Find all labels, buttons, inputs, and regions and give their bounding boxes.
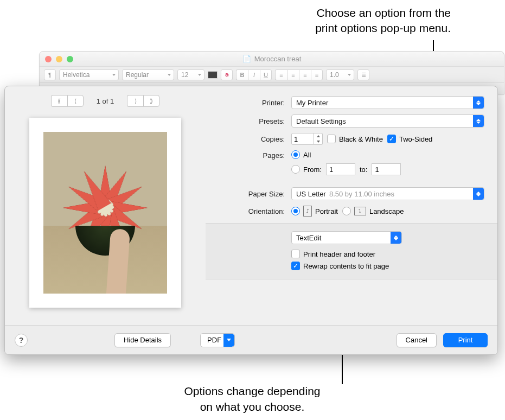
radio-icon <box>291 207 300 215</box>
dialog-footer: ? Hide Details PDF Cancel Print <box>5 325 497 354</box>
page-preview <box>29 118 181 308</box>
copies-stepper[interactable] <box>314 133 323 145</box>
print-dialog: ⟪ ⟨ 1 of 1 ⟩ ⟫ <box>4 86 498 355</box>
last-page-button[interactable]: ⟫ <box>143 95 159 107</box>
checkbox-icon <box>291 250 300 258</box>
orientation-landscape-radio[interactable]: ⤵ Landscape <box>342 207 404 215</box>
copies-label: Copies: <box>211 135 291 143</box>
help-button[interactable]: ? <box>15 334 28 347</box>
paper-size-label: Paper Size: <box>211 190 291 198</box>
radio-icon <box>291 150 300 159</box>
print-button[interactable]: Print <box>443 333 488 347</box>
pages-label: Pages: <box>211 150 291 160</box>
presets-popup[interactable]: Default Settings <box>291 114 484 128</box>
preview-photo <box>43 132 167 294</box>
checkbox-icon <box>291 262 300 270</box>
prev-page-button[interactable]: ⟨ <box>67 95 84 107</box>
two-sided-checkbox[interactable]: Two-Sided <box>387 135 432 143</box>
radio-icon <box>342 207 351 215</box>
page-indicator: 1 of 1 <box>97 97 114 105</box>
black-white-checkbox[interactable]: Black & White <box>327 135 383 143</box>
copies-field[interactable] <box>291 133 314 145</box>
checkbox-icon <box>327 135 336 143</box>
presets-label: Presets: <box>211 117 291 125</box>
preview-pane: ⟪ ⟨ 1 of 1 ⟩ ⟫ <box>5 86 206 325</box>
orientation-portrait-radio[interactable]: ⤴ Portrait <box>291 206 338 217</box>
rewrap-contents-checkbox[interactable]: Rewrap contents to fit page <box>291 262 389 270</box>
pages-range-radio[interactable]: From: <box>291 165 322 174</box>
cancel-button[interactable]: Cancel <box>397 333 437 347</box>
checkbox-icon <box>387 135 396 143</box>
print-header-footer-checkbox[interactable]: Print header and footer <box>291 250 375 258</box>
hide-details-button[interactable]: Hide Details <box>114 333 171 347</box>
print-options-pane: Printer: My Printer Presets: Default Set… <box>206 86 497 325</box>
radio-icon <box>291 165 300 174</box>
printer-popup[interactable]: My Printer <box>291 96 484 109</box>
landscape-icon: ⤵ <box>354 207 366 215</box>
orientation-label: Orientation: <box>211 207 291 215</box>
annotation-top: Choose an option from the print options … <box>234 5 451 36</box>
annotation-bottom: Options change depending on what you cho… <box>144 384 361 415</box>
printer-label: Printer: <box>211 99 291 107</box>
print-options-popup[interactable]: TextEdit <box>291 231 402 244</box>
app-options-section: TextEdit Print header and footer Rewrap … <box>206 223 497 279</box>
pages-from-field[interactable] <box>326 163 355 175</box>
pages-all-radio[interactable]: All <box>291 150 401 159</box>
paper-size-popup[interactable]: US Letter 8.50 by 11.00 inches <box>291 187 484 200</box>
portrait-icon: ⤴ <box>303 206 312 217</box>
pages-to-field[interactable] <box>372 163 401 175</box>
pages-to-label: to: <box>360 166 367 174</box>
pdf-menu-button[interactable]: PDF <box>200 333 235 347</box>
first-page-button[interactable]: ⟪ <box>51 95 67 107</box>
next-page-button[interactable]: ⟩ <box>127 95 143 107</box>
